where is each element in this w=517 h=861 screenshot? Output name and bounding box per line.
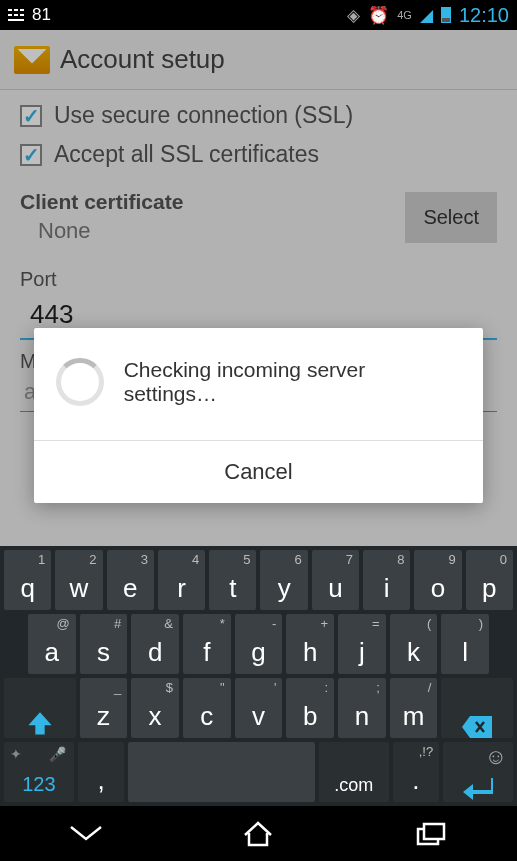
clock: 12:10 <box>459 4 509 27</box>
network-label: 4G <box>397 9 412 21</box>
status-bar: 81 ◈ ⏰ 4G ◢ 12:10 <box>0 0 517 30</box>
signal-icon: ◢ <box>420 5 433 26</box>
key-n[interactable]: ;n <box>338 678 386 738</box>
key-g[interactable]: -g <box>235 614 283 674</box>
key-c[interactable]: "c <box>183 678 231 738</box>
key-x[interactable]: $x <box>131 678 179 738</box>
key-v[interactable]: 'v <box>235 678 283 738</box>
key-f[interactable]: *f <box>183 614 231 674</box>
key-r[interactable]: 4r <box>158 550 205 610</box>
alarm-icon: ⏰ <box>368 5 389 26</box>
keyboard-status-icon <box>8 9 26 21</box>
backspace-key[interactable] <box>441 678 513 738</box>
enter-key[interactable]: ☺ <box>443 742 513 802</box>
recent-nav-button[interactable] <box>414 820 448 848</box>
key-k[interactable]: (k <box>390 614 438 674</box>
key-e[interactable]: 3e <box>107 550 154 610</box>
key-j[interactable]: =j <box>338 614 386 674</box>
key-m[interactable]: /m <box>390 678 438 738</box>
comma-key[interactable]: , <box>78 742 125 802</box>
key-i[interactable]: 8i <box>363 550 410 610</box>
progress-dialog: Checking incoming server settings… Cance… <box>34 328 483 503</box>
key-s[interactable]: #s <box>80 614 128 674</box>
spinner-icon <box>56 358 104 406</box>
back-nav-button[interactable] <box>69 820 103 848</box>
svg-rect-1 <box>424 824 444 839</box>
period-key[interactable]: ,!? . <box>393 742 440 802</box>
key-l[interactable]: )l <box>441 614 489 674</box>
cancel-button[interactable]: Cancel <box>34 441 483 503</box>
key-q[interactable]: 1q <box>4 550 51 610</box>
home-nav-button[interactable] <box>241 820 275 848</box>
space-key[interactable] <box>128 742 314 802</box>
emoji-icon: ☺ <box>485 744 507 770</box>
battery-icon <box>441 7 451 23</box>
key-y[interactable]: 6y <box>260 550 307 610</box>
key-d[interactable]: &d <box>131 614 179 674</box>
dotcom-key[interactable]: .com <box>319 742 389 802</box>
key-p[interactable]: 0p <box>466 550 513 610</box>
dialog-message: Checking incoming server settings… <box>124 358 461 406</box>
key-a[interactable]: @a <box>28 614 76 674</box>
vibrate-icon: ◈ <box>347 5 360 26</box>
key-w[interactable]: 2w <box>55 550 102 610</box>
nav-bar <box>0 806 517 861</box>
key-t[interactable]: 5t <box>209 550 256 610</box>
key-z[interactable]: _z <box>80 678 128 738</box>
soft-keyboard: 1q2w3e4r5t6y7u8i9o0p @a#s&d*f-g+h=j(k)l … <box>0 546 517 806</box>
shift-key[interactable] <box>4 678 76 738</box>
key-u[interactable]: 7u <box>312 550 359 610</box>
key-b[interactable]: :b <box>286 678 334 738</box>
key-h[interactable]: +h <box>286 614 334 674</box>
battery-text: 81 <box>32 5 51 25</box>
key-o[interactable]: 9o <box>414 550 461 610</box>
symbols-key[interactable]: ✦ 🎤 123 <box>4 742 74 802</box>
